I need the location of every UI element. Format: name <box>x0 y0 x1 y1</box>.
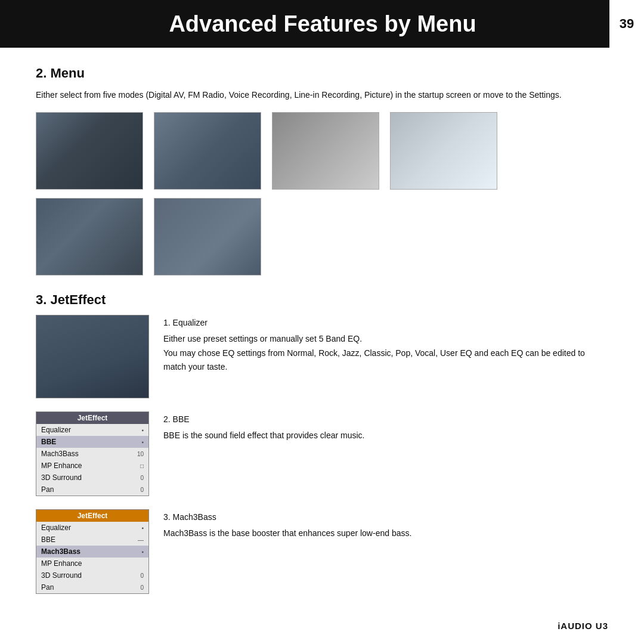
mach3bass-menu-title: JetEffect <box>36 510 148 522</box>
jeteffect-row-equalizer: 1. Equalizer Either use preset settings … <box>36 315 608 398</box>
menu-screenshot-1 <box>36 112 143 190</box>
mach3bass-menu-item-mach3bass-icon: ▪ <box>141 549 144 555</box>
mach3bass-menu-item-mach3bass: Mach3Bass ▪ <box>36 546 148 558</box>
jeteffect-row-mach3bass: JetEffect Equalizer ▪ BBE — Mach3Bass ▪ … <box>36 509 608 594</box>
bbe-text: 2. BBE BBE is the sound field effect tha… <box>163 411 608 442</box>
mach3bass-menu-item-equalizer-label: Equalizer <box>41 524 71 532</box>
bbe-menu-item-3dsurround-val: 0 <box>140 475 144 481</box>
footer-brand: iAUDIO U3 <box>558 621 608 631</box>
bbe-menu-item-mpenhance: MP Enhance □ <box>36 460 148 472</box>
section-menu: 2. Menu Either select from five modes (D… <box>36 66 608 275</box>
bbe-menu-item-mach3bass-label: Mach3Bass <box>41 450 79 458</box>
bbe-desc: BBE is the sound field effect that provi… <box>163 429 608 442</box>
section2-description: Either select from five modes (Digital A… <box>36 88 608 101</box>
equalizer-screenshot <box>36 315 149 398</box>
bbe-menu-item-pan-val: 0 <box>140 487 144 493</box>
image-grid-row1 <box>36 112 608 190</box>
bbe-number: 2. BBE <box>163 413 608 426</box>
mach3bass-menu-item-mach3bass-label: Mach3Bass <box>41 547 80 556</box>
mach3bass-menu-item-mpenhance: MP Enhance <box>36 558 148 569</box>
mach3bass-menu-item-3dsurround-label: 3D Surround <box>41 571 82 580</box>
mach3bass-menu-item-bbe-label: BBE <box>41 535 55 544</box>
bbe-menu-item-mpenhance-label: MP Enhance <box>41 462 82 470</box>
mach3bass-menu-screen: JetEffect Equalizer ▪ BBE — Mach3Bass ▪ … <box>36 509 149 594</box>
mach3bass-menu-item-equalizer: Equalizer ▪ <box>36 522 148 534</box>
page-header: Advanced Features by Menu 39 <box>0 0 644 48</box>
bbe-menu-item-equalizer: Equalizer ▪ <box>36 424 148 436</box>
page-title: Advanced Features by Menu <box>0 11 609 37</box>
equalizer-text: 1. Equalizer Either use preset settings … <box>163 315 608 373</box>
bbe-menu-item-pan-label: Pan <box>41 485 54 494</box>
bbe-menu-item-3dsurround: 3D Surround 0 <box>36 472 148 484</box>
section-jeteffect: 3. JetEffect 1. Equalizer Either use pre… <box>36 292 608 594</box>
bbe-menu-item-bbe-icon: ▪ <box>141 439 144 445</box>
mach3bass-menu-item-pan-label: Pan <box>41 583 54 592</box>
mach3bass-menu-item-pan: Pan 0 <box>36 581 148 593</box>
bbe-menu-screen: JetEffect Equalizer ▪ BBE ▪ Mach3Bass 10… <box>36 411 149 496</box>
mach3bass-desc: Mach3Bass is the base booster that enhan… <box>163 527 608 540</box>
menu-screenshot-3 <box>272 112 379 190</box>
mach3bass-menu-item-3dsurround-val: 0 <box>140 572 144 579</box>
equalizer-number: 1. Equalizer <box>163 316 608 330</box>
menu-screenshot-2 <box>154 112 261 190</box>
bbe-menu-title: JetEffect <box>36 412 148 424</box>
mach3bass-menu-item-bbe: BBE — <box>36 534 148 546</box>
mach3bass-menu-item-equalizer-icon: ▪ <box>141 525 144 531</box>
bbe-menu-item-bbe: BBE ▪ <box>36 436 148 448</box>
jeteffect-row-bbe: JetEffect Equalizer ▪ BBE ▪ Mach3Bass 10… <box>36 411 608 496</box>
bbe-menu-item-equalizer-icon: ▪ <box>141 427 144 434</box>
mach3bass-menu-item-bbe-val: — <box>138 537 144 543</box>
bbe-menu-item-bbe-label: BBE <box>41 438 56 446</box>
image-grid-row2 <box>36 198 608 275</box>
main-content: 2. Menu Either select from five modes (D… <box>0 48 644 625</box>
mach3bass-menu-item-mpenhance-label: MP Enhance <box>41 559 82 568</box>
section3-heading: 3. JetEffect <box>36 292 608 308</box>
section2-heading: 2. Menu <box>36 66 608 81</box>
mach3bass-menu-item-pan-val: 0 <box>140 584 144 591</box>
bbe-menu-item-mach3bass-val: 10 <box>137 451 144 457</box>
mach3bass-menu-item-3dsurround: 3D Surround 0 <box>36 569 148 581</box>
menu-screenshot-5 <box>36 198 143 275</box>
equalizer-desc1: Either use preset settings or manually s… <box>163 332 608 346</box>
mach3bass-text: 3. Mach3Bass Mach3Bass is the base boost… <box>163 509 608 540</box>
equalizer-desc2: You may chose EQ settings from Normal, R… <box>163 346 608 374</box>
bbe-menu-item-mach3bass: Mach3Bass 10 <box>36 448 148 460</box>
page-number: 39 <box>609 0 644 48</box>
bbe-menu-item-3dsurround-label: 3D Surround <box>41 473 82 482</box>
mach3bass-number: 3. Mach3Bass <box>163 510 608 524</box>
menu-screenshot-4 <box>390 112 497 190</box>
bbe-menu-item-pan: Pan 0 <box>36 484 148 496</box>
bbe-menu-item-equalizer-label: Equalizer <box>41 426 71 434</box>
menu-screenshot-6 <box>154 198 261 275</box>
bbe-menu-item-mpenhance-val: □ <box>140 463 144 469</box>
